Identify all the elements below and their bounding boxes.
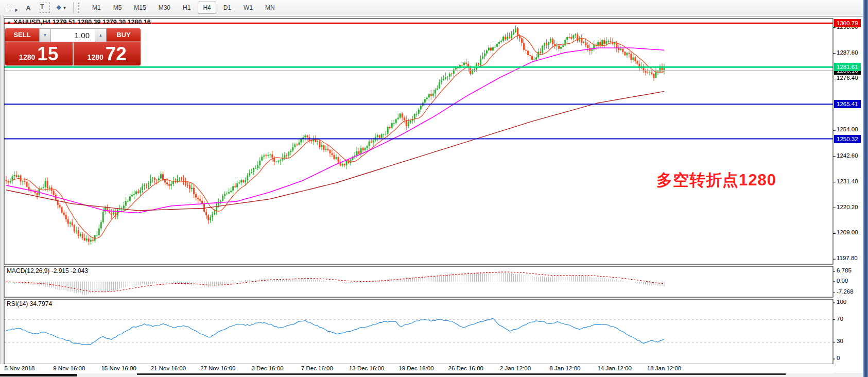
- toolbar-grip[interactable]: [78, 3, 82, 13]
- chart-window[interactable]: ▲XAUUSD,H4 1279.51 1280.39 1279.30 1280.…: [0, 15, 868, 377]
- volume-input[interactable]: [51, 28, 95, 42]
- time-axis-label: 8 Jan 12:00: [542, 365, 588, 371]
- volume-increase-button[interactable]: ▲: [95, 28, 107, 42]
- text-box-glyph: T: [40, 3, 50, 13]
- time-axis-label: 19 Dec 16:00: [393, 365, 439, 371]
- axis-tick-label: 1287.60: [837, 49, 858, 56]
- buy-price[interactable]: 1280 72: [74, 42, 141, 65]
- arrows-glyph: ❖: [56, 4, 62, 11]
- indicators-grid-icon[interactable]: F: [5, 2, 19, 14]
- timeframe-button-M15[interactable]: M15: [129, 2, 151, 14]
- grid-glyph: F: [7, 4, 16, 11]
- one-click-trading-panel: SELL ▼ ▲ BUY 1280 15 1280 72: [5, 28, 141, 65]
- volume-decrease-button[interactable]: ▼: [39, 28, 51, 42]
- sell-pips: 15: [37, 44, 58, 64]
- sell-button[interactable]: SELL: [5, 28, 39, 42]
- toolbar-separator: [73, 2, 74, 13]
- window-edge-right: [863, 0, 868, 377]
- timeframe-button-D1[interactable]: D1: [218, 2, 236, 14]
- time-axis-label: 7 Dec 16:00: [294, 365, 340, 371]
- axis-tick-label: 30: [837, 338, 843, 344]
- time-axis-label: 13 Dec 16:00: [343, 365, 390, 371]
- price-line-badge: 1281.61: [834, 63, 861, 71]
- price-line-badge: 1300.79: [834, 19, 861, 27]
- timeframe-button-M5[interactable]: M5: [108, 2, 127, 14]
- taskbar-segment: [137, 373, 786, 375]
- chart-title: ▲XAUUSD,H4 1279.51 1280.39 1279.30 1280.…: [7, 19, 151, 26]
- price-line-badge: 1265.41: [834, 100, 861, 108]
- text-box-icon[interactable]: T: [38, 2, 51, 14]
- chevron-down-icon: ▼: [62, 6, 66, 10]
- arrows-style-icon[interactable]: ❖ ▼: [55, 2, 68, 14]
- time-axis-label: 21 Nov 16:00: [145, 365, 192, 371]
- mt4-window: F A T ❖ ▼ M1M5M15M30H1H4D1W1MN ▲XAUUSD,H…: [0, 0, 868, 377]
- axis-tick-label: 1276.40: [837, 75, 858, 81]
- axis-tick-label: 70: [837, 316, 843, 322]
- macd-indicator-label: MACD(12,26,9) -2.915 -2.043: [7, 267, 88, 275]
- time-axis-label: 14 Jan 12:00: [592, 365, 638, 371]
- time-axis-label: 2 Jan 12:00: [492, 365, 539, 371]
- title-marker-icon: ▲: [7, 20, 11, 25]
- window-edge-left: [0, 15, 4, 377]
- timeframe-button-M30[interactable]: M30: [153, 2, 176, 14]
- taskbar-segment: [0, 374, 77, 376]
- timeframe-button-MN[interactable]: MN: [260, 2, 280, 14]
- timeframe-button-W1[interactable]: W1: [238, 2, 258, 14]
- timeframe-group: M1M5M15M30H1H4D1W1MN: [86, 0, 281, 15]
- axis-tick-label: 6.785: [837, 267, 852, 273]
- time-axis-label: 3 Dec 16:00: [245, 365, 291, 371]
- axis-tick-label: 1254.00: [837, 126, 858, 132]
- axis-tick-label: 1220.20: [837, 204, 858, 210]
- axis-tick-label: 100: [837, 299, 846, 305]
- axis-tick-label: 0: [837, 355, 840, 361]
- price-axis[interactable]: 1298.801287.601276.401254.001242.601231.…: [833, 15, 863, 373]
- buy-pips: 72: [106, 44, 127, 64]
- time-axis-label: 18 Jan 12:00: [641, 365, 687, 371]
- time-axis-label: 26 Dec 16:00: [443, 365, 489, 371]
- time-axis-label: 5 Nov 2018: [0, 365, 43, 371]
- axis-tick-label: 1231.40: [837, 178, 858, 184]
- time-axis-label: 27 Nov 16:00: [195, 365, 241, 371]
- timeframe-button-H4[interactable]: H4: [198, 2, 216, 14]
- timeframe-button-H1[interactable]: H1: [178, 2, 196, 14]
- chart-annotation: 多空转折点1280: [656, 169, 776, 191]
- chart-title-text: XAUUSD,H4 1279.51 1280.39 1279.30 1280.1…: [13, 19, 151, 26]
- text-label-icon[interactable]: A: [22, 2, 35, 14]
- axis-tick-label: 1197.80: [837, 255, 858, 261]
- toolbar: F A T ❖ ▼ M1M5M15M30H1H4D1W1MN: [0, 0, 868, 15]
- price-line-badge: 1250.32: [834, 135, 861, 143]
- axis-tick-label: 1209.00: [837, 229, 858, 235]
- buy-button[interactable]: BUY: [107, 28, 141, 42]
- sell-big-figure: 1280: [19, 53, 35, 61]
- chart-canvas[interactable]: [0, 15, 868, 377]
- time-axis[interactable]: 5 Nov 20189 Nov 16:0015 Nov 16:0021 Nov …: [0, 364, 833, 373]
- time-axis-label: 15 Nov 16:00: [96, 365, 142, 371]
- axis-tick-label: -7.268: [837, 288, 854, 295]
- timeframe-button-M1[interactable]: M1: [87, 2, 106, 14]
- window-edge-bottom: [0, 373, 868, 377]
- buy-big-figure: 1280: [88, 53, 103, 61]
- time-axis-label: 9 Nov 16:00: [46, 365, 92, 371]
- rsi-indicator-label: RSI(14) 34.7974: [7, 300, 52, 307]
- sell-price[interactable]: 1280 15: [5, 42, 73, 65]
- axis-tick-label: 0.00: [837, 278, 848, 284]
- axis-tick-label: 1242.60: [837, 152, 858, 159]
